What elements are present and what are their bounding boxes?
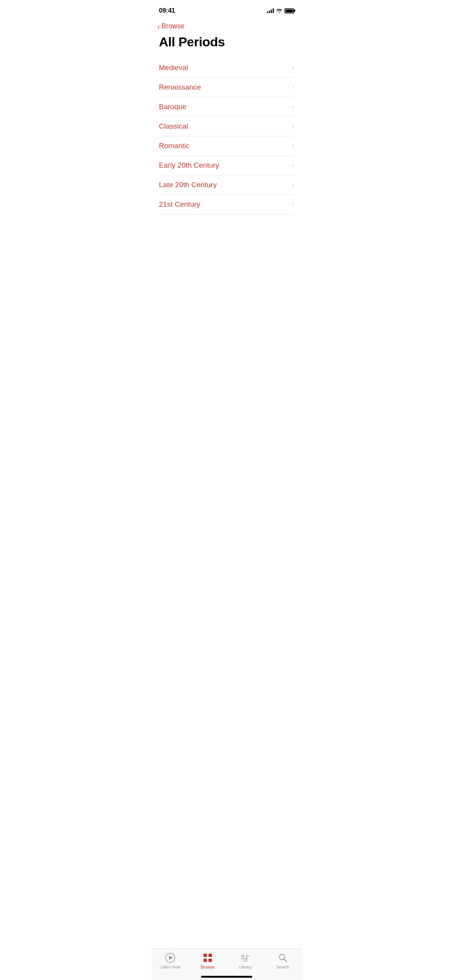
back-navigation[interactable]: ‹ Browse [151,19,302,32]
list-item-classical[interactable]: Classical› [159,117,294,136]
list-item-label-classical: Classical [159,122,188,131]
list-item-early-20th-century[interactable]: Early 20th Century› [159,156,294,175]
list-item-chevron-baroque: › [292,103,294,110]
list-item-chevron-romantic: › [292,142,294,149]
list-item-label-early-20th-century: Early 20th Century [159,161,219,170]
list-item-label-baroque: Baroque [159,103,186,111]
back-label: Browse [162,22,185,30]
list-item-label-21st-century: 21st Century [159,200,200,209]
signal-icon [267,8,274,13]
list-item-chevron-early-20th-century: › [292,162,294,169]
list-item-chevron-medieval: › [292,64,294,71]
list-item-medieval[interactable]: Medieval› [159,58,294,78]
list-item-label-romantic: Romantic [159,142,190,150]
list-item-label-late-20th-century: Late 20th Century [159,181,217,189]
back-chevron-icon: ‹ [157,23,160,30]
list-item-21st-century[interactable]: 21st Century› [159,195,294,214]
battery-icon [285,8,294,13]
page-title: All Periods [159,35,294,49]
status-bar: 09:41 [151,0,302,19]
list-item-label-medieval: Medieval [159,64,188,72]
list-item-romantic[interactable]: Romantic› [159,136,294,156]
page-title-container: All Periods [151,32,302,58]
list-item-late-20th-century[interactable]: Late 20th Century› [159,175,294,195]
status-time: 09:41 [159,7,175,15]
list-item-label-renaissance: Renaissance [159,83,201,91]
periods-list: Medieval›Renaissance›Baroque›Classical›R… [151,58,302,214]
list-item-chevron-classical: › [292,123,294,130]
status-icons [267,8,294,13]
list-item-chevron-renaissance: › [292,84,294,91]
list-item-chevron-late-20th-century: › [292,181,294,188]
list-item-chevron-21st-century: › [292,201,294,208]
list-item-renaissance[interactable]: Renaissance› [159,78,294,97]
list-item-baroque[interactable]: Baroque› [159,97,294,117]
wifi-icon [276,8,282,13]
